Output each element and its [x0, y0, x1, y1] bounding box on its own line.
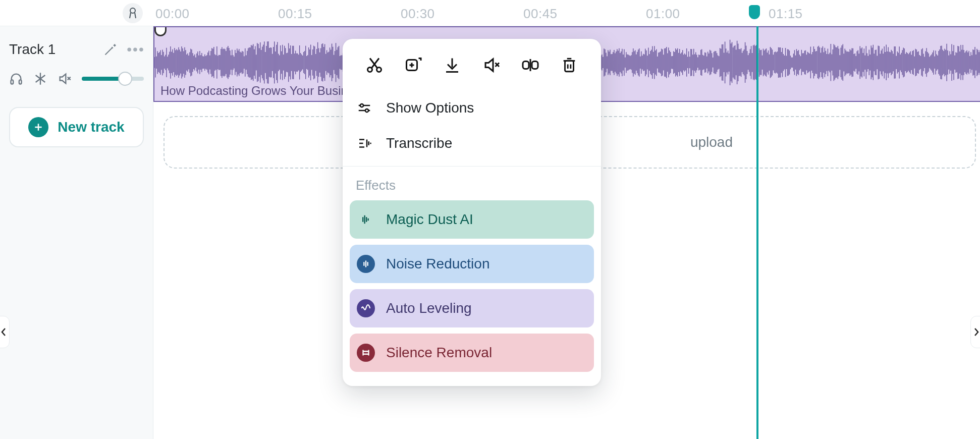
- timeline-canvas[interactable]: How Podcasting Grows Your Business ••• u…: [153, 26, 980, 439]
- show-options-action[interactable]: Show Options: [350, 90, 594, 126]
- volume-slider-thumb[interactable]: [118, 72, 132, 86]
- ruler-tick: 00:45: [523, 6, 558, 22]
- effect-silence-removal[interactable]: Silence Removal: [350, 334, 594, 372]
- silence-removal-icon: [357, 344, 375, 362]
- effect-label: Magic Dust AI: [386, 211, 473, 228]
- noise-reduction-icon: [357, 255, 375, 273]
- add-icon[interactable]: [399, 51, 427, 79]
- ruler-tick: 00:30: [401, 6, 435, 22]
- ruler-tick: 00:00: [155, 6, 190, 22]
- headphones-icon[interactable]: [9, 71, 23, 87]
- auto-leveling-icon: [357, 299, 375, 317]
- freeze-icon[interactable]: [33, 71, 47, 87]
- snap-toggle[interactable]: [123, 3, 143, 23]
- tracks-sidebar: Track 1 •••: [0, 26, 153, 439]
- svg-rect-1: [11, 80, 14, 84]
- svg-rect-6: [523, 62, 529, 69]
- clip-title[interactable]: How Podcasting Grows Your Business: [160, 84, 366, 98]
- effect-noise-reduction[interactable]: Noise Reduction: [350, 245, 594, 283]
- track-name[interactable]: Track 1: [9, 41, 56, 58]
- divider: [343, 166, 601, 167]
- show-options-label: Show Options: [386, 100, 474, 116]
- delete-icon[interactable]: [555, 51, 583, 79]
- enhance-icon[interactable]: [102, 41, 119, 58]
- transcribe-action[interactable]: Transcribe: [350, 126, 594, 161]
- rename-icon[interactable]: [516, 51, 545, 79]
- effect-label: Noise Reduction: [386, 256, 489, 272]
- context-icon-row: [350, 48, 594, 90]
- volume-slider[interactable]: [82, 77, 144, 81]
- dropzone-text: upload: [690, 134, 733, 150]
- right-panel-expand-handle[interactable]: [970, 316, 980, 348]
- transcribe-label: Transcribe: [386, 135, 452, 151]
- magic-dust-icon: [357, 210, 375, 229]
- effect-label: Silence Removal: [386, 345, 492, 361]
- ruler-tick: 01:00: [646, 6, 680, 22]
- track-more-button[interactable]: •••: [128, 41, 144, 58]
- svg-rect-7: [532, 62, 538, 69]
- clip-context-menu: Show Options Transcribe Effects M: [343, 39, 601, 386]
- download-icon[interactable]: [438, 51, 466, 79]
- ruler-tick: 01:15: [769, 6, 803, 22]
- timeline-ruler[interactable]: 00:00 00:15 00:30 00:45 01:00 01:15: [0, 0, 980, 26]
- plus-icon: [28, 117, 48, 137]
- svg-rect-2: [19, 80, 22, 84]
- effect-magic-dust[interactable]: Magic Dust AI: [350, 200, 594, 239]
- svg-point-10: [365, 109, 368, 112]
- mute-clip-icon[interactable]: [477, 51, 506, 79]
- svg-point-4: [376, 68, 381, 72]
- svg-point-3: [367, 68, 372, 72]
- effect-auto-leveling[interactable]: Auto Leveling: [350, 289, 594, 327]
- track-header: Track 1 •••: [9, 41, 144, 58]
- playhead-line[interactable]: [756, 26, 758, 439]
- svg-point-9: [360, 104, 363, 107]
- playhead-marker[interactable]: [749, 5, 760, 19]
- new-track-button[interactable]: New track: [9, 107, 144, 147]
- effect-label: Auto Leveling: [386, 300, 472, 316]
- sidebar-collapse-handle[interactable]: [0, 316, 10, 348]
- new-track-label: New track: [58, 119, 124, 135]
- sliders-icon: [356, 99, 373, 117]
- transcribe-icon: [356, 135, 373, 152]
- ruler-tick: 00:15: [278, 6, 312, 22]
- effects-section-label: Effects: [350, 176, 594, 200]
- cut-icon[interactable]: [360, 51, 389, 79]
- mute-icon[interactable]: [58, 71, 72, 87]
- svg-point-0: [130, 8, 135, 13]
- track-controls: [9, 71, 144, 87]
- svg-rect-8: [565, 61, 574, 72]
